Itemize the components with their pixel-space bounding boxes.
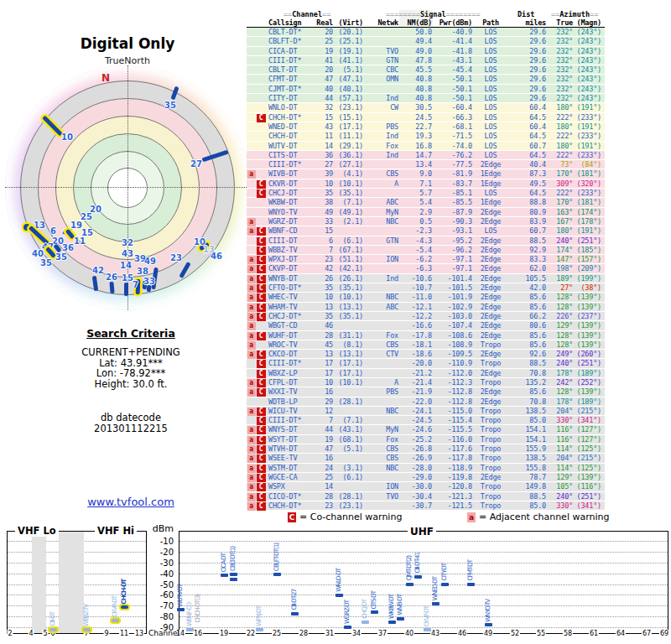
nm-db-cell: 0.5	[398, 217, 432, 226]
azimuth-magnetic-cell: (189°)	[573, 397, 605, 406]
uhf-channel-tick-16: 16	[193, 630, 203, 637]
power-dbm-cell: -97.1	[432, 264, 472, 273]
table-row: WNED-DT43(17.1)PBS22.7-68.1LOS60.4180°(1…	[247, 122, 605, 132]
warning-adjacent-cell: a	[247, 217, 256, 226]
warning-cochannel-cell	[256, 151, 266, 159]
warning-cochannel-cell	[256, 85, 266, 93]
network-cell	[363, 312, 398, 320]
callsign-cell: WPXJ-DT	[266, 255, 315, 263]
signal-bar-CIII-DT-41	[414, 575, 422, 579]
col-callsign: Callsign	[266, 18, 315, 27]
col-virt: (Virt)	[333, 18, 363, 27]
adjacent-warning-badge: a	[247, 474, 256, 482]
nm-db-cell: -29.0	[398, 473, 432, 481]
warning-cochannel-cell: C	[256, 473, 266, 481]
warning-adjacent-cell: a	[247, 464, 256, 472]
cochannel-warning-badge: C	[257, 436, 266, 444]
network-cell	[363, 397, 398, 406]
table-row: aCCHCJ-DT*35(35.1)-12.2-103.02Edge66.222…	[247, 312, 605, 321]
warning-adjacent-cell	[247, 132, 256, 140]
real-channel-cell: 19	[315, 47, 333, 55]
network-cell: Fox	[363, 435, 398, 444]
adjacent-warning-badge: a	[247, 332, 256, 340]
path-cell: LOS	[472, 142, 509, 150]
virtual-channel-cell: (6.1)	[333, 473, 363, 481]
callsign-cell: CHCJ-DT	[266, 189, 315, 197]
nm-db-cell: -5.4	[398, 246, 432, 254]
path-cell: Tropo	[472, 340, 509, 349]
vhf-channel-tick-13: 13	[134, 630, 144, 637]
distance-cell: 64.5	[509, 113, 546, 122]
virtual-channel-cell: (2.1)	[333, 217, 363, 226]
network-cell: NBC	[363, 293, 398, 301]
power-dbm-cell: -109.5	[432, 350, 472, 358]
real-channel-cell: 20	[315, 28, 333, 36]
signal-bar-WUTV-DT	[177, 608, 185, 611]
virtual-channel-cell: (51.1)	[333, 255, 363, 263]
azimuth-magnetic-cell: (127°)	[573, 425, 605, 434]
virtual-channel-cell: (10.1)	[333, 293, 363, 301]
vhf-channel-tick-2: 2	[7, 630, 13, 637]
azimuth-true-cell: 180°	[546, 103, 573, 112]
warning-adjacent-cell	[247, 179, 256, 188]
power-dbm-cell: -112.8	[432, 397, 472, 406]
tvfool-link[interactable]: www.tvfool.com	[34, 496, 228, 508]
station-label-CIII-DT: CIII-DT	[49, 612, 56, 626]
power-dbm-cell: -74.0	[432, 142, 472, 150]
warning-cochannel-cell	[256, 75, 266, 83]
uhf-channel-tick-49: 49	[483, 630, 493, 637]
channel-tick-15	[124, 283, 128, 296]
path-cell: 2Edge	[472, 321, 509, 330]
network-cell: Fox	[363, 331, 398, 340]
azimuth-true-cell: 309°	[546, 179, 573, 188]
power-dbm-cell: -77.5	[432, 160, 472, 169]
network-cell	[363, 321, 398, 330]
station-label-WPXJ-DT: WPXJ-DT	[255, 606, 263, 626]
azimuth-magnetic-cell: (191°)	[573, 226, 605, 235]
criteria-lon: Lon: -78.92***	[34, 368, 228, 379]
power-dbm-cell: -95.2	[432, 236, 472, 245]
azimuth-true-cell: 27°	[546, 283, 573, 292]
nm-db-cell: 49.0	[398, 47, 432, 55]
path-cell: Tropo	[472, 482, 509, 491]
callsign-cell: WNED-DT	[266, 122, 315, 131]
warning-cochannel-cell: C	[256, 113, 266, 122]
table-row: CWBXZ-LP17(17.1)-21.2-112.02Edge70.8178°…	[247, 369, 605, 378]
table-row: aWROC-TV45(8.1)CBS-18.1-108.9Tropo85.612…	[247, 340, 605, 350]
power-dbm-cell: -50.1	[432, 85, 472, 93]
power-dbm-cell: -93.1	[432, 226, 472, 235]
real-channel-cell: 44	[315, 94, 333, 102]
warning-cochannel-cell	[256, 217, 266, 226]
warning-cochannel-cell	[256, 160, 266, 169]
gridline	[179, 552, 668, 553]
azimuth-true-cell: 240°	[546, 359, 573, 367]
virtual-channel-cell	[333, 482, 363, 491]
virtual-channel-cell: (13.1)	[333, 350, 363, 358]
azimuth-true-cell: 330°	[546, 416, 573, 424]
power-dbm-cell: -40.9	[432, 28, 472, 36]
search-criteria-heading: Search Criteria	[34, 327, 228, 340]
warning-cochannel-cell: C	[256, 189, 266, 197]
real-channel-cell: 26	[315, 274, 333, 283]
callsign-cell: CBLT-DT	[266, 65, 315, 74]
dbm-axis-label: dBm	[151, 523, 174, 534]
distance-cell: 60.4	[509, 122, 546, 131]
path-cell: 1Edge	[472, 169, 509, 178]
network-cell: ABC	[363, 198, 398, 206]
network-cell	[363, 501, 398, 510]
channel-label-11: 11	[74, 236, 86, 246]
azimuth-magnetic-cell: (139°)	[573, 321, 605, 330]
signal-bar-CJMT-DT(2)	[406, 583, 414, 586]
vhf-channel-tick-4: 4	[28, 630, 34, 637]
warning-adjacent-cell: a	[247, 482, 256, 491]
station-label-WKBW-DT: WKBW-DT	[388, 595, 395, 619]
table-row: CITY-DT44(57.1)Ind40.8-50.1LOS29.6232°(2…	[247, 94, 605, 103]
virtual-channel-cell: (36.1)	[333, 151, 363, 159]
cochannel-warning-badge: C	[257, 180, 266, 189]
warning-adjacent-cell: a	[247, 387, 256, 396]
vhf-hi-label: VHF Hi	[95, 525, 137, 537]
path-cell: 2Edge	[472, 387, 509, 396]
col-path: Path	[472, 18, 509, 27]
callsign-cell: WNYB-DT	[266, 274, 315, 283]
azimuth-true-cell: 170°	[546, 198, 573, 206]
